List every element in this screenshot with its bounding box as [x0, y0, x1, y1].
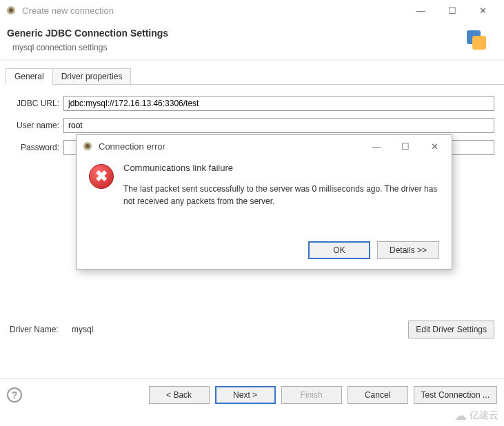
error-title: Communications link failure — [123, 163, 441, 173]
svg-point-5 — [85, 144, 90, 148]
password-label: Password: — [10, 143, 63, 152]
watermark: ☁ 亿速云 — [454, 408, 498, 423]
svg-point-1 — [9, 8, 13, 12]
jdbc-url-label: JDBC URL: — [10, 99, 63, 108]
window-controls: — ☐ ✕ — [405, 0, 498, 21]
watermark-text: 亿速云 — [470, 409, 498, 422]
cancel-button[interactable]: Cancel — [347, 386, 408, 404]
header-subtitle: mysql connection settings — [7, 43, 168, 52]
header-title: Generic JDBC Connection Settings — [7, 28, 168, 39]
wizard-footer: ? < Back Next > Finish Cancel Test Conne… — [0, 378, 504, 411]
back-button[interactable]: < Back — [149, 386, 210, 404]
edit-driver-settings-button[interactable]: Edit Driver Settings — [408, 321, 494, 338]
username-label: User name: — [10, 121, 63, 130]
minimize-button[interactable]: — — [405, 0, 436, 21]
modal-app-icon — [82, 141, 93, 152]
modal-close-button[interactable]: ✕ — [420, 136, 449, 156]
details-button[interactable]: Details >> — [377, 241, 439, 259]
dialog-header: Generic JDBC Connection Settings mysql c… — [0, 21, 504, 60]
window-title: Create new connection — [22, 6, 405, 16]
modal-minimize-button[interactable]: — — [362, 136, 391, 156]
connection-error-dialog: Connection error — ☐ ✕ ✖ Communications … — [76, 134, 452, 270]
app-icon — [6, 5, 17, 16]
svg-rect-3 — [472, 36, 486, 50]
finish-button[interactable]: Finish — [281, 386, 342, 404]
maximize-button[interactable]: ☐ — [436, 0, 467, 21]
tab-bar: General Driver properties — [6, 68, 504, 85]
test-connection-button[interactable]: Test Connection ... — [414, 386, 497, 404]
help-icon[interactable]: ? — [7, 387, 22, 403]
modal-title: Connection error — [99, 141, 362, 152]
cloud-icon: ☁ — [454, 408, 467, 423]
jdbc-url-input[interactable] — [63, 96, 494, 111]
modal-maximize-button[interactable]: ☐ — [391, 136, 420, 156]
tab-driver-properties[interactable]: Driver properties — [52, 68, 132, 84]
tab-general[interactable]: General — [6, 68, 53, 85]
error-icon: ✖ — [89, 164, 114, 189]
connection-icon — [463, 26, 490, 54]
username-input[interactable] — [63, 118, 494, 133]
ok-button[interactable]: OK — [308, 241, 370, 259]
close-button[interactable]: ✕ — [467, 0, 498, 21]
driver-name-value: mysql — [72, 325, 408, 334]
error-message: The last packet sent successfully to the… — [123, 183, 441, 207]
driver-row: Driver Name: mysql Edit Driver Settings — [0, 314, 504, 345]
window-titlebar: Create new connection — ☐ ✕ — [0, 0, 504, 21]
modal-titlebar: Connection error — ☐ ✕ — [77, 135, 452, 157]
next-button[interactable]: Next > — [215, 386, 276, 404]
driver-name-label: Driver Name: — [10, 325, 72, 334]
